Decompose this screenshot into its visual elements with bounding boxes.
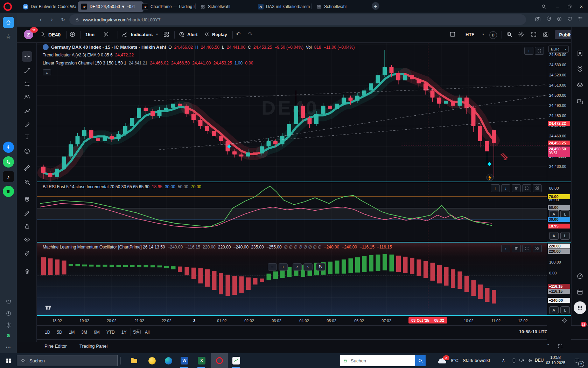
oscillator-title[interactable]: Machine Learning Momentum Oscillator [Ch… xyxy=(43,245,165,250)
range-button[interactable]: 5D xyxy=(55,329,64,336)
tiktok-icon[interactable]: ♪ xyxy=(3,171,14,182)
trend-indicator-title[interactable]: Trend Indicator A (v2.3) EMA 9 0.85 6 xyxy=(43,53,113,57)
scroll-left-button[interactable]: ‹ xyxy=(293,263,302,271)
tray-chevron-icon[interactable]: ∧ xyxy=(502,358,505,363)
undo-button[interactable]: ↶ xyxy=(236,31,240,38)
keyboard-language[interactable]: DEU xyxy=(535,358,544,363)
alert-clock-icon[interactable] xyxy=(178,31,185,39)
crosshair-tool-icon[interactable] xyxy=(22,51,32,62)
pane-divider[interactable] xyxy=(37,315,571,316)
trendline-tool-icon[interactable] xyxy=(22,65,32,76)
word-icon[interactable]: W xyxy=(180,356,189,365)
browser-tab-active[interactable]: TV DE40 24,450.50 ▼ −0.04% xyxy=(78,1,144,12)
messenger-icon[interactable] xyxy=(3,142,14,153)
spotify-icon[interactable] xyxy=(3,186,14,197)
ruler-tool-icon[interactable] xyxy=(22,163,32,173)
reset-chart-button[interactable]: ↻ xyxy=(316,263,325,271)
scroll-down-button[interactable]: ↓ xyxy=(524,47,533,55)
bookmarks-star-icon[interactable]: ☆ xyxy=(3,31,14,42)
pane-divider[interactable] xyxy=(37,242,571,243)
alerts-clock-icon[interactable] xyxy=(575,64,585,74)
tray-date[interactable]: 03.10.2025 xyxy=(546,361,565,365)
redo-button[interactable]: ↷ xyxy=(248,31,252,38)
aria-icon[interactable]: a xyxy=(3,330,14,341)
delete-pane-button[interactable] xyxy=(512,184,521,192)
hide-all-tool-icon[interactable] xyxy=(22,234,32,245)
go-to-date-icon[interactable] xyxy=(135,328,141,336)
maximize-pane-button[interactable] xyxy=(535,47,544,55)
whatsapp-icon[interactable] xyxy=(3,156,14,168)
xabcd-pattern-tool-icon[interactable] xyxy=(22,92,32,102)
volume-icon[interactable] xyxy=(526,356,534,365)
range-button[interactable]: 1D xyxy=(43,329,52,336)
forward-button[interactable]: › xyxy=(48,15,56,24)
symbol-name[interactable]: DE40 xyxy=(48,32,61,38)
brush-tool-icon[interactable] xyxy=(22,119,32,129)
indicators-button[interactable]: Indicators xyxy=(131,32,153,37)
home-icon[interactable] xyxy=(3,17,14,28)
trash-tool-icon[interactable] xyxy=(22,266,32,277)
browser-tab[interactable]: M Der Blutwerte-Code: Was xyxy=(20,1,83,12)
reload-button[interactable]: ↻ xyxy=(59,15,67,24)
range-button[interactable]: YTD xyxy=(105,329,117,336)
symbol-search-icon[interactable] xyxy=(40,32,46,39)
snapshot-camera-icon[interactable] xyxy=(535,16,541,23)
scroll-right-button[interactable]: › xyxy=(303,263,313,271)
shield-icon[interactable] xyxy=(546,16,552,23)
range-button[interactable]: 6M xyxy=(92,329,102,336)
fullscreen-icon[interactable] xyxy=(531,31,537,39)
main-chart-pane[interactable]: DE40 Germany DAX 40 Index · 15 · IC Mark… xyxy=(37,43,547,182)
pane-layout-button[interactable] xyxy=(533,245,542,252)
delete-pane-button[interactable] xyxy=(512,245,521,252)
symbol-title[interactable]: Germany DAX 40 Index · 15 · IC Markets ·… xyxy=(51,45,166,50)
text-tool-icon[interactable] xyxy=(22,131,32,142)
settings-gear-icon[interactable] xyxy=(3,319,14,330)
compare-plus-icon[interactable] xyxy=(69,31,76,39)
snapshot-icon[interactable] xyxy=(542,31,549,39)
range-button[interactable]: 1M xyxy=(67,329,77,336)
expand-footer-icon[interactable] xyxy=(558,343,563,350)
log-scale-button[interactable]: L xyxy=(560,232,570,240)
range-button[interactable]: All xyxy=(143,329,151,336)
interval-button[interactable]: 15m xyxy=(85,32,94,37)
trading-panel-tab[interactable]: Trading Panel xyxy=(79,343,107,349)
extensions-sliders-icon[interactable] xyxy=(578,16,583,23)
auto-scale-button[interactable]: A xyxy=(549,306,559,314)
chart-style-candles-icon[interactable] xyxy=(103,31,109,39)
chat-icon[interactable] xyxy=(575,97,585,107)
linreg-title[interactable]: Linear Regression Channel 150 3 150 1 50… xyxy=(43,61,126,66)
move-pane-down-button[interactable]: ↓ xyxy=(501,184,510,192)
alert-button[interactable]: Alert xyxy=(187,32,198,37)
forecast-tool-icon[interactable] xyxy=(22,105,32,116)
more-options-icon[interactable]: ••• xyxy=(3,341,14,353)
restore-button[interactable] xyxy=(566,3,573,10)
widget-search-button[interactable] xyxy=(415,355,426,366)
indicators-chevron-icon[interactable]: ▾ xyxy=(156,32,158,36)
your-phone-icon[interactable] xyxy=(510,356,518,365)
zoom-in-button[interactable]: + xyxy=(279,263,288,271)
weather-text[interactable]: Stark bewölkt xyxy=(463,358,490,363)
layout-box-icon[interactable] xyxy=(449,31,456,39)
chart-settings-gear-icon[interactable] xyxy=(518,31,524,39)
browser-tab[interactable]: TV ChartPrime — Trading Ide xyxy=(139,1,201,12)
link-tool-icon[interactable] xyxy=(22,248,32,258)
opera-logo-icon[interactable] xyxy=(4,2,12,11)
rsi-pane[interactable]: BJ RSI Fast 5 14 close Incremental 70 50… xyxy=(37,183,547,242)
rsi-title[interactable]: BJ RSI Fast 5 14 close Incremental 70 50… xyxy=(43,184,149,189)
edge-browser-icon[interactable] xyxy=(164,356,173,365)
close-button[interactable]: × xyxy=(578,3,585,10)
temperature[interactable]: 8°C xyxy=(451,358,458,363)
favorites-heart-icon[interactable] xyxy=(3,296,14,307)
pine-editor-tab[interactable]: Pine Editor xyxy=(44,343,67,349)
ideas-radar-icon[interactable] xyxy=(575,271,585,281)
back-button[interactable]: ‹ xyxy=(36,15,45,24)
range-button[interactable]: 3M xyxy=(79,329,89,336)
browser-tab[interactable]: Schnellwahl xyxy=(313,1,354,12)
zoom-in-tool-icon[interactable] xyxy=(22,177,32,187)
apps-grid-icon[interactable] xyxy=(574,301,586,314)
maximize-pane-button[interactable] xyxy=(522,245,531,252)
fib-retracement-tool-icon[interactable] xyxy=(22,79,32,89)
magnet-tool-icon[interactable] xyxy=(22,195,32,205)
oscillator-pane[interactable]: Machine Learning Momentum Oscillator [Ch… xyxy=(37,243,547,316)
quick-search-icon[interactable] xyxy=(506,31,512,39)
